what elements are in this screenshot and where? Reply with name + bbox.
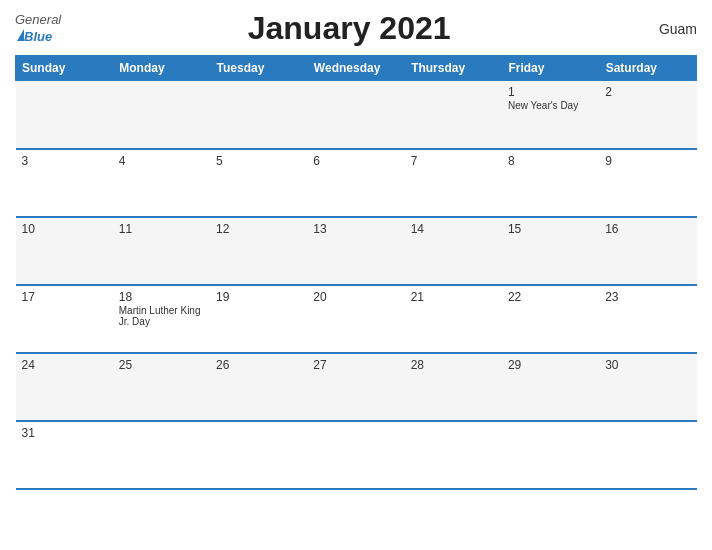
calendar-cell: 25 [113,353,210,421]
calendar-week-row: 31 [16,421,697,489]
day-number: 26 [216,358,301,372]
calendar-cell [405,81,502,149]
calendar-cell [307,81,404,149]
day-number: 29 [508,358,593,372]
day-number: 8 [508,154,593,168]
calendar-week-row: 10111213141516 [16,217,697,285]
day-number: 3 [22,154,107,168]
calendar-cell: 30 [599,353,696,421]
logo-blue-row: Blue [15,27,52,45]
day-number: 15 [508,222,593,236]
day-number: 18 [119,290,204,304]
weekday-header-friday: Friday [502,56,599,81]
weekday-header-saturday: Saturday [599,56,696,81]
day-number: 23 [605,290,690,304]
day-number: 2 [605,85,690,99]
day-number: 31 [22,426,107,440]
day-number: 16 [605,222,690,236]
calendar-cell: 14 [405,217,502,285]
calendar-cell [210,81,307,149]
day-number: 11 [119,222,204,236]
calendar-cell: 10 [16,217,113,285]
calendar-cell [113,81,210,149]
calendar-cell: 13 [307,217,404,285]
calendar-week-row: 24252627282930 [16,353,697,421]
calendar-cell: 21 [405,285,502,353]
month-title: January 2021 [61,10,637,47]
weekday-header-wednesday: Wednesday [307,56,404,81]
calendar-week-row: 1New Year's Day2 [16,81,697,149]
calendar-cell: 5 [210,149,307,217]
day-number: 19 [216,290,301,304]
logo-general-text: General [15,13,61,27]
calendar-cell: 26 [210,353,307,421]
day-number: 13 [313,222,398,236]
region-label: Guam [637,21,697,37]
calendar-cell: 17 [16,285,113,353]
calendar-week-row: 3456789 [16,149,697,217]
calendar-cell: 16 [599,217,696,285]
calendar-cell: 15 [502,217,599,285]
calendar-cell [113,421,210,489]
calendar-table: SundayMondayTuesdayWednesdayThursdayFrid… [15,55,697,490]
calendar-container: General Blue January 2021 Guam SundayMon… [0,0,712,550]
calendar-cell: 27 [307,353,404,421]
day-number: 20 [313,290,398,304]
calendar-cell: 20 [307,285,404,353]
calendar-cell: 1New Year's Day [502,81,599,149]
calendar-cell: 31 [16,421,113,489]
calendar-week-row: 1718Martin Luther King Jr. Day1920212223 [16,285,697,353]
day-number: 17 [22,290,107,304]
calendar-cell: 11 [113,217,210,285]
calendar-cell: 4 [113,149,210,217]
calendar-cell: 29 [502,353,599,421]
calendar-cell: 12 [210,217,307,285]
day-number: 22 [508,290,593,304]
day-number: 30 [605,358,690,372]
calendar-cell: 2 [599,81,696,149]
weekday-header-tuesday: Tuesday [210,56,307,81]
weekday-header-thursday: Thursday [405,56,502,81]
calendar-cell: 28 [405,353,502,421]
calendar-cell [307,421,404,489]
weekday-header-sunday: Sunday [16,56,113,81]
weekday-header-row: SundayMondayTuesdayWednesdayThursdayFrid… [16,56,697,81]
day-number: 28 [411,358,496,372]
calendar-header: General Blue January 2021 Guam [15,10,697,47]
day-number: 1 [508,85,593,99]
day-number: 4 [119,154,204,168]
day-number: 21 [411,290,496,304]
day-number: 27 [313,358,398,372]
day-number: 6 [313,154,398,168]
calendar-cell: 18Martin Luther King Jr. Day [113,285,210,353]
weekday-header-monday: Monday [113,56,210,81]
day-number: 12 [216,222,301,236]
day-number: 25 [119,358,204,372]
day-number: 9 [605,154,690,168]
day-number: 24 [22,358,107,372]
calendar-cell: 7 [405,149,502,217]
calendar-cell: 9 [599,149,696,217]
calendar-cell: 23 [599,285,696,353]
calendar-cell: 3 [16,149,113,217]
logo-triangle-icon [17,29,24,41]
calendar-cell [599,421,696,489]
day-number: 10 [22,222,107,236]
calendar-cell [210,421,307,489]
calendar-cell [405,421,502,489]
holiday-name: Martin Luther King Jr. Day [119,305,204,327]
holiday-name: New Year's Day [508,100,593,111]
logo-blue-text: Blue [24,29,52,44]
calendar-cell: 8 [502,149,599,217]
calendar-cell: 22 [502,285,599,353]
calendar-cell [16,81,113,149]
calendar-cell: 19 [210,285,307,353]
day-number: 5 [216,154,301,168]
calendar-cell: 24 [16,353,113,421]
calendar-cell: 6 [307,149,404,217]
calendar-cell [502,421,599,489]
day-number: 7 [411,154,496,168]
logo: General Blue [15,13,61,45]
day-number: 14 [411,222,496,236]
